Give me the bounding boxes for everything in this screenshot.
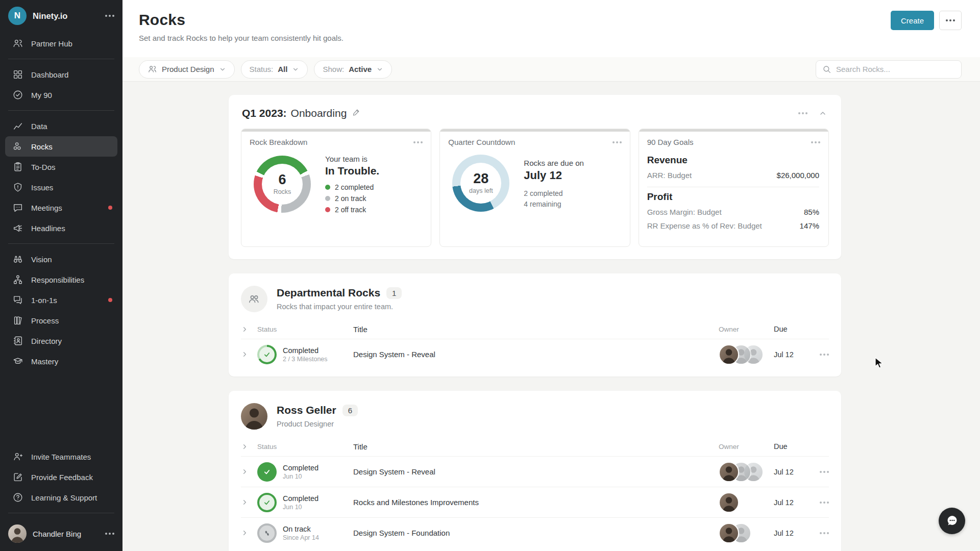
member-role: Product Designer <box>277 420 358 428</box>
completed-count: 2 completed <box>524 189 584 197</box>
days-left-label: days left <box>469 187 493 194</box>
sidebar-item-rocks[interactable]: Rocks <box>5 136 117 157</box>
sidebar-item-label: My 90 <box>31 91 52 99</box>
arr-label: ARR: Budget <box>647 171 692 180</box>
owner-avatars <box>719 344 764 365</box>
row-menu-icon[interactable] <box>820 471 829 473</box>
owner-avatars <box>719 462 764 482</box>
rock-count-badge: 1 <box>386 287 402 299</box>
expand-all-chevron-icon[interactable] <box>241 325 249 333</box>
sidebar-item-provide-feedback[interactable]: Provide Feedback <box>5 467 117 487</box>
search-input[interactable] <box>836 65 955 73</box>
sidebar-item-meetings[interactable]: Meetings <box>5 197 117 218</box>
table-row[interactable]: On track Since Apr 14 Design System - Fo… <box>241 517 829 548</box>
due-date: Jul 12 <box>774 350 794 359</box>
sidebar-item-1-on-1s[interactable]: 1-on-1s <box>5 290 117 310</box>
edit-title-icon[interactable] <box>352 108 361 119</box>
sidebar-item-my-90[interactable]: My 90 <box>5 85 117 105</box>
clipboard-icon <box>12 161 23 172</box>
status-filter-value: All <box>278 65 287 73</box>
sidebar-item-directory[interactable]: Directory <box>5 331 117 351</box>
team-status-text: In Trouble. <box>325 165 379 177</box>
table-row[interactable]: Completed Jun 10 Rocks and Milestones Im… <box>241 487 829 517</box>
status-filter-dropdown[interactable]: Status: All <box>241 60 308 79</box>
team-status-intro: Your team is <box>325 155 379 163</box>
sidebar-item-to-dos[interactable]: To-Dos <box>5 157 117 177</box>
sidebar-item-dashboard[interactable]: Dashboard <box>5 64 117 85</box>
show-filter-dropdown[interactable]: Show: Active <box>314 60 392 79</box>
gross-margin-label: Gross Margin: Budget <box>647 208 722 216</box>
goals-card-menu-icon[interactable] <box>811 141 820 143</box>
content-scroll-area[interactable]: Q1 2023: Onboarding Rock Breakdown <box>122 82 980 551</box>
row-status-detail: 2 / 3 Milestones <box>283 356 328 363</box>
sidebar-item-data[interactable]: Data <box>5 116 117 136</box>
departmental-rocks-table: Status Title Owner Due Completed 2 / <box>229 319 841 377</box>
notification-dot <box>108 298 112 302</box>
quarter-card-menu-icon[interactable] <box>798 112 807 114</box>
user-name: Chandler Bing <box>33 530 99 538</box>
show-filter-value: Active <box>349 65 372 73</box>
expand-row-chevron-icon[interactable] <box>241 468 249 475</box>
row-menu-icon[interactable] <box>820 502 829 504</box>
title-column-header: Title <box>353 442 368 451</box>
sidebar-item-label: Learning & Support <box>31 493 97 502</box>
chevron-down-icon <box>376 66 383 73</box>
legend-dot-completed <box>325 185 330 190</box>
table-row[interactable]: Completed Jun 10 Design System - Reveal … <box>241 456 829 487</box>
chart-line-icon <box>12 120 23 132</box>
sidebar-item-responsibilities[interactable]: Responsibilities <box>5 269 117 290</box>
departmental-rocks-card: Departmental Rocks 1 Rocks that impact y… <box>229 273 841 377</box>
sidebar-item-mastery[interactable]: Mastery <box>5 351 117 371</box>
sidebar-item-label: To-Dos <box>31 163 56 171</box>
sidebar-item-label: Responsibilities <box>31 276 84 284</box>
member-avatar <box>241 403 267 430</box>
binoculars-icon <box>12 254 23 265</box>
chevron-down-icon <box>292 66 299 73</box>
target-check-icon <box>12 89 23 101</box>
member-name: Ross Geller <box>277 404 336 416</box>
ellipsis-icon <box>946 19 955 21</box>
rock-breakdown-menu-icon[interactable] <box>413 141 423 143</box>
brand-menu-icon[interactable] <box>105 15 114 17</box>
expand-all-chevron-icon[interactable] <box>241 443 249 450</box>
due-intro: Rocks are due on <box>524 159 584 167</box>
expand-row-chevron-icon[interactable] <box>241 529 249 537</box>
team-filter-dropdown[interactable]: Product Design <box>139 60 235 79</box>
collapse-chevron-up-icon[interactable] <box>819 109 827 117</box>
grid-icon <box>12 69 23 80</box>
sidebar-item-headlines[interactable]: Headlines <box>5 218 117 238</box>
revenue-heading: Revenue <box>647 155 819 166</box>
sidebar-item-vision[interactable]: Vision <box>5 249 117 269</box>
sidebar-item-label: Mastery <box>31 357 58 366</box>
user-menu-icon[interactable] <box>105 533 114 535</box>
sidebar-item-label: Provide Feedback <box>31 473 93 482</box>
sidebar-item-issues[interactable]: Issues <box>5 177 117 197</box>
page-more-button[interactable] <box>939 11 962 30</box>
sidebar-item-invite-teammates[interactable]: Invite Teammates <box>5 446 117 467</box>
chat-fab-button[interactable] <box>939 508 965 534</box>
expand-row-chevron-icon[interactable] <box>241 350 249 358</box>
quarter-countdown-card: Quarter Countdown 28 days left Rocks are… <box>439 129 630 247</box>
user-avatar <box>8 524 27 543</box>
current-user-row[interactable]: Chandler Bing <box>0 518 122 551</box>
search-icon <box>822 65 831 74</box>
create-button[interactable]: Create <box>891 11 934 30</box>
sidebar-item-process[interactable]: Process <box>5 310 117 331</box>
row-menu-icon[interactable] <box>820 532 829 534</box>
due-date: Jul 12 <box>774 468 794 476</box>
days-left-count: 28 <box>473 172 488 186</box>
sidebar-item-learning-support[interactable]: Learning & Support <box>5 487 117 508</box>
expand-row-chevron-icon[interactable] <box>241 498 249 506</box>
table-row[interactable]: Completed 2 / 3 Milestones Design System… <box>241 339 829 369</box>
row-menu-icon[interactable] <box>820 354 829 356</box>
people-icon <box>12 38 23 49</box>
sidebar-item-label: Invite Teammates <box>31 453 91 461</box>
row-status: Completed <box>283 346 328 355</box>
rock-count-label: Rocks <box>274 188 291 195</box>
quarter-countdown-menu-icon[interactable] <box>612 141 622 143</box>
sidebar-nav: Partner Hub Dashboard My 90 Data Rocks T… <box>0 30 122 371</box>
team-icon <box>241 286 267 312</box>
rocks-icon <box>12 141 23 152</box>
rock-breakdown-donut-chart: 6 Rocks <box>254 156 311 213</box>
sidebar-item-partner-hub[interactable]: Partner Hub <box>5 33 117 54</box>
